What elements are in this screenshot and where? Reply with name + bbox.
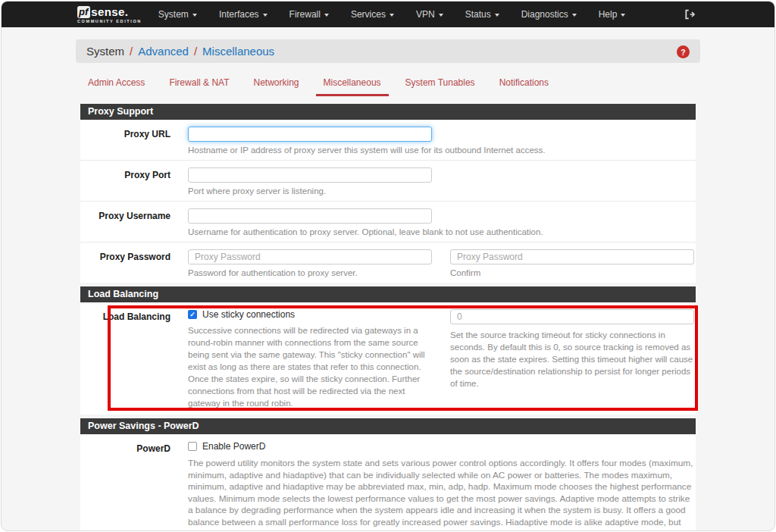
menu-services[interactable]: Services: [351, 9, 394, 20]
load-balancing-label: Load Balancing: [80, 309, 188, 409]
panel-title-proxy-support: Proxy Support: [80, 104, 696, 120]
menu-status[interactable]: Status: [465, 9, 499, 20]
proxy-username-input[interactable]: [188, 208, 432, 224]
breadcrumb-separator: /: [130, 45, 133, 58]
proxy-username-row: Proxy Username Username for authenticati…: [80, 202, 696, 243]
source-tracking-timeout-help: Set the source tracking timeout for stic…: [450, 329, 694, 390]
settings-tab-bar: Admin Access Firewall & NAT Networking M…: [80, 72, 696, 96]
proxy-password-input[interactable]: [188, 249, 432, 264]
caret-down-icon: [324, 14, 329, 17]
logout-icon[interactable]: [684, 8, 696, 20]
sticky-connections-checkbox-row[interactable]: ✓ Use sticky connections: [188, 309, 432, 320]
powerd-description: The powerd utility monitors the system s…: [188, 458, 694, 531]
menu-system[interactable]: System: [158, 9, 197, 20]
tab-networking[interactable]: Networking: [246, 72, 307, 96]
proxy-support-panel: Proxy Support Proxy URL Hostname or IP a…: [80, 104, 696, 283]
caret-down-icon: [439, 14, 443, 17]
proxy-port-label: Proxy Port: [80, 167, 188, 196]
proxy-password-help: Password for authentication to proxy ser…: [188, 268, 432, 277]
checkbox-checked-icon[interactable]: ✓: [188, 310, 197, 319]
tab-firewall-nat[interactable]: Firewall & NAT: [161, 72, 236, 96]
breadcrumb-separator: /: [194, 45, 197, 58]
proxy-url-help: Hostname or IP address of proxy server t…: [188, 146, 694, 155]
top-navbar: pf sense. COMMUNITY EDITION System Inter…: [2, 2, 774, 27]
powerd-label: PowerD: [80, 441, 188, 531]
breadcrumb-link-miscellaneous[interactable]: Miscellaneous: [202, 45, 274, 58]
checkbox-unchecked-icon[interactable]: [188, 442, 197, 451]
pfsense-app-window: pf sense. COMMUNITY EDITION System Inter…: [1, 1, 775, 531]
panel-title-load-balancing: Load Balancing: [80, 286, 696, 302]
load-balancing-panel: Load Balancing Load Balancing ✓ Use stic…: [80, 286, 696, 415]
proxy-password-label: Proxy Password: [80, 249, 188, 277]
community-edition-label: COMMUNITY EDITION: [77, 19, 142, 23]
proxy-password-confirm-input[interactable]: [450, 249, 694, 264]
proxy-port-input[interactable]: [188, 167, 432, 183]
main-menu: System Interfaces Firewall Services VPN …: [158, 9, 626, 20]
proxy-url-input[interactable]: [188, 127, 432, 142]
caret-down-icon: [390, 14, 394, 17]
menu-help[interactable]: Help: [599, 9, 626, 20]
powerd-panel: Power Savings - PowerD PowerD Enable Pow…: [80, 418, 696, 531]
breadcrumb: System / Advanced / Miscellaneous ?: [76, 39, 700, 63]
caret-down-icon: [263, 14, 268, 17]
menu-diagnostics[interactable]: Diagnostics: [521, 9, 577, 20]
tab-miscellaneous[interactable]: Miscellaneous: [316, 72, 389, 96]
powerd-row: PowerD Enable PowerD The powerd utility …: [80, 434, 696, 531]
menu-interfaces[interactable]: Interfaces: [219, 9, 268, 20]
caret-down-icon: [621, 14, 625, 17]
proxy-url-label: Proxy URL: [80, 127, 188, 155]
source-tracking-timeout-input[interactable]: [450, 309, 694, 324]
proxy-url-row: Proxy URL Hostname or IP address of prox…: [80, 120, 696, 161]
panel-title-powerd: Power Savings - PowerD: [80, 418, 696, 434]
pf-logo-mark: pf: [77, 6, 90, 18]
pfsense-logo[interactable]: pf sense. COMMUNITY EDITION: [77, 5, 142, 23]
menu-vpn[interactable]: VPN: [416, 9, 443, 20]
tab-admin-access[interactable]: Admin Access: [80, 72, 152, 96]
breadcrumb-link-advanced[interactable]: Advanced: [138, 45, 189, 58]
tab-system-tunables[interactable]: System Tunables: [398, 72, 483, 96]
enable-powerd-checkbox-row[interactable]: Enable PowerD: [188, 441, 694, 452]
sense-logo-text: sense.: [91, 5, 128, 18]
caret-down-icon: [495, 14, 499, 17]
caret-down-icon: [572, 14, 577, 17]
proxy-username-label: Proxy Username: [80, 208, 188, 236]
proxy-password-confirm-help: Confirm: [450, 268, 694, 277]
enable-powerd-checkbox-label: Enable PowerD: [202, 441, 265, 452]
sticky-connections-checkbox-label: Use sticky connections: [202, 309, 295, 320]
proxy-username-help: Username for authentication to proxy ser…: [188, 227, 694, 236]
sticky-connections-description: Successive connections will be redirecte…: [188, 324, 432, 409]
tab-notifications[interactable]: Notifications: [492, 72, 556, 96]
proxy-port-help: Port where proxy server is listening.: [188, 186, 694, 196]
breadcrumb-root: System: [86, 45, 124, 58]
caret-down-icon: [192, 14, 197, 17]
menu-firewall[interactable]: Firewall: [289, 9, 329, 20]
load-balancing-row: Load Balancing ✓ Use sticky connections …: [80, 302, 696, 415]
help-icon[interactable]: ?: [677, 45, 690, 58]
proxy-port-row: Proxy Port Port where proxy server is li…: [80, 161, 696, 202]
proxy-password-row: Proxy Password Password for authenticati…: [80, 243, 696, 283]
